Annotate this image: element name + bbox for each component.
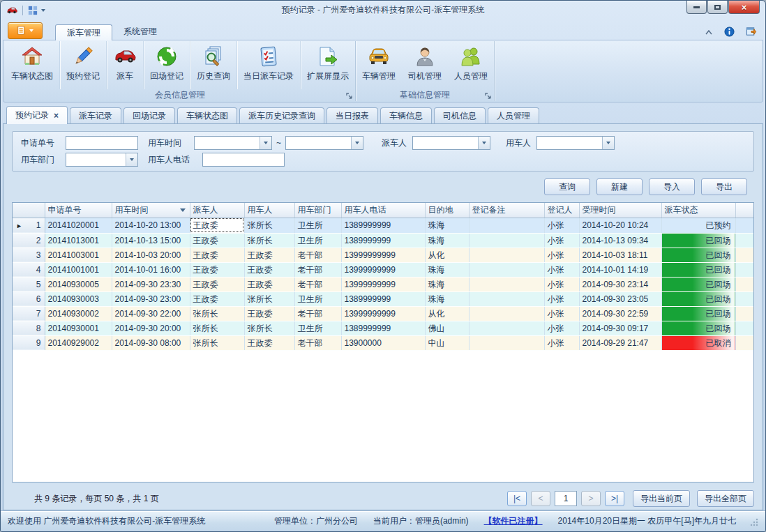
dialog-launcher-icon[interactable] xyxy=(484,92,492,100)
cell-request_no[interactable]: 20140929002 xyxy=(45,335,112,350)
cell-dispatcher[interactable]: 王政委 xyxy=(190,233,244,248)
column-header-user[interactable]: 用车人 xyxy=(244,203,294,218)
cell-phone[interactable]: 13900000 xyxy=(341,335,425,350)
cell-accept_time[interactable]: 2014-10-01 14:19 xyxy=(579,262,661,277)
cell-dispatcher[interactable]: 张所长 xyxy=(190,335,244,350)
cell-registrar[interactable]: 小张 xyxy=(544,335,579,350)
cell-use_time[interactable]: 2014-09-30 23:00 xyxy=(112,291,190,306)
query-button[interactable]: 查询 xyxy=(544,178,590,195)
cell-registrar[interactable]: 小张 xyxy=(544,262,579,277)
user-combo[interactable] xyxy=(536,136,615,150)
cell-phone[interactable]: 13999999999 xyxy=(341,277,425,291)
column-header-destination[interactable]: 目的地 xyxy=(425,203,469,218)
doc-tab-driver-info[interactable]: 司机信息 xyxy=(434,107,486,123)
export-button[interactable]: 导出 xyxy=(701,178,747,195)
doc-tab-personnel-manage[interactable]: 人员管理 xyxy=(488,107,539,123)
cell-user[interactable]: 王政委 xyxy=(244,335,294,350)
cell-remark[interactable] xyxy=(469,262,544,277)
column-header-request_no[interactable]: 申请单号 xyxy=(45,203,112,218)
cell-registrar[interactable]: 小张 xyxy=(544,291,579,306)
cell-phone[interactable]: 1389999999 xyxy=(341,218,425,233)
ribbon-button-dispatch[interactable]: 派车 xyxy=(107,41,144,89)
cell-user[interactable]: 王政委 xyxy=(244,277,294,291)
combo-dropdown-button[interactable] xyxy=(602,137,614,149)
new-button[interactable]: 新建 xyxy=(596,178,643,195)
cell-department[interactable]: 老干部 xyxy=(294,306,341,321)
cell-destination[interactable]: 珠海 xyxy=(425,233,469,248)
cell-destination[interactable]: 佛山 xyxy=(425,321,469,335)
column-header-dispatcher[interactable]: 派车人 xyxy=(190,203,244,218)
maximize-button[interactable] xyxy=(707,1,728,14)
cell-phone[interactable]: 1389999999 xyxy=(341,233,425,248)
column-header-remark[interactable]: 登记备注 xyxy=(469,203,544,218)
cell-department[interactable]: 老干部 xyxy=(294,277,341,291)
cell-request_no[interactable]: 20140930001 xyxy=(45,321,112,335)
combo-dropdown-button[interactable] xyxy=(478,137,490,149)
row-indicator-cell[interactable]: 8 xyxy=(13,321,45,335)
cell-registrar[interactable]: 小张 xyxy=(544,321,579,335)
combo-dropdown-button[interactable] xyxy=(351,137,363,149)
column-header-use_time[interactable]: 用车时间 xyxy=(112,203,190,218)
cell-remark[interactable] xyxy=(469,335,544,350)
cell-dispatcher[interactable]: 张所长 xyxy=(190,321,244,335)
row-indicator-cell[interactable]: 6 xyxy=(13,291,45,306)
doc-tab-dispatch-records[interactable]: 派车记录 xyxy=(70,107,121,123)
cell-destination[interactable]: 珠海 xyxy=(425,277,469,291)
cell-accept_time[interactable]: 2014-09-29 21:47 xyxy=(579,335,661,350)
ribbon-button-history-query[interactable]: 历史查询 xyxy=(190,41,237,89)
cell-user[interactable]: 王政委 xyxy=(244,262,294,277)
cell-accept_time[interactable]: 2014-09-30 22:59 xyxy=(579,306,661,321)
cell-user[interactable]: 王政委 xyxy=(244,248,294,262)
ribbon-tab-system-manage[interactable]: 系统管理 xyxy=(112,24,168,40)
cell-destination[interactable]: 珠海 xyxy=(425,291,469,306)
column-header-phone[interactable]: 用车人电话 xyxy=(341,203,425,218)
ribbon-button-driver-manage[interactable]: 司机管理 xyxy=(402,41,448,89)
department-combo[interactable] xyxy=(66,153,138,167)
cell-remark[interactable] xyxy=(469,321,544,335)
close-tab-icon[interactable]: × xyxy=(54,112,59,119)
cell-use_time[interactable]: 2014-10-01 16:00 xyxy=(112,262,190,277)
cell-status[interactable]: 已回场 xyxy=(661,291,735,306)
cell-use_time[interactable]: 2014-09-30 22:00 xyxy=(112,306,190,321)
cell-accept_time[interactable]: 2014-09-30 09:17 xyxy=(579,321,661,335)
cell-user[interactable]: 张所长 xyxy=(244,233,294,248)
cell-use_time[interactable]: 2014-09-30 23:30 xyxy=(112,277,190,291)
doc-tab-reservation-records[interactable]: 预约记录× xyxy=(6,106,68,124)
cell-user[interactable]: 王政委 xyxy=(244,306,294,321)
column-header-accept_time[interactable]: 受理时间 xyxy=(579,203,661,218)
cell-accept_time[interactable]: 2014-10-03 18:11 xyxy=(579,248,661,262)
row-indicator-cell[interactable]: ►1 xyxy=(13,218,45,233)
cell-department[interactable]: 卫生所 xyxy=(294,321,341,335)
cell-registrar[interactable]: 小张 xyxy=(544,306,579,321)
ribbon-button-vehicle-status-map[interactable]: 车辆状态图 xyxy=(5,41,60,89)
cell-remark[interactable] xyxy=(469,218,544,233)
cell-use_time[interactable]: 2014-10-03 20:00 xyxy=(112,248,190,262)
row-indicator-cell[interactable]: 3 xyxy=(13,248,45,262)
resize-grip[interactable] xyxy=(749,517,758,526)
ribbon-button-return-register[interactable]: 回场登记 xyxy=(144,41,190,89)
cell-user[interactable]: 张所长 xyxy=(244,291,294,306)
pager-first-button[interactable]: |< xyxy=(507,491,527,506)
use-time-to-combo[interactable] xyxy=(285,136,363,150)
cell-dispatcher[interactable]: 张所长 xyxy=(190,306,244,321)
cell-phone[interactable]: 13999999999 xyxy=(341,262,425,277)
cell-destination[interactable]: 从化 xyxy=(425,248,469,262)
ribbon-button-reservation-register[interactable]: 预约登记 xyxy=(60,41,107,89)
pager-last-button[interactable]: >| xyxy=(605,491,624,506)
cell-request_no[interactable]: 20141020001 xyxy=(45,218,112,233)
cell-request_no[interactable]: 20141001001 xyxy=(45,262,112,277)
row-indicator-cell[interactable]: 4 xyxy=(13,262,45,277)
cell-user[interactable]: 张所长 xyxy=(244,321,294,335)
ribbon-button-extend-screen[interactable]: 扩展屏显示 xyxy=(301,41,355,89)
combo-dropdown-button[interactable] xyxy=(260,137,271,149)
cell-registrar[interactable]: 小张 xyxy=(544,277,579,291)
cell-destination[interactable]: 从化 xyxy=(425,306,469,321)
cell-phone[interactable]: 13999999999 xyxy=(341,306,425,321)
cell-status[interactable]: 已取消 xyxy=(661,335,735,350)
cell-status[interactable]: 已回场 xyxy=(661,321,735,335)
import-button[interactable]: 导入 xyxy=(649,178,695,195)
cell-remark[interactable] xyxy=(469,291,544,306)
cell-department[interactable]: 卫生所 xyxy=(294,291,341,306)
cell-phone[interactable]: 1389999999 xyxy=(341,321,425,335)
row-indicator-cell[interactable]: 2 xyxy=(13,233,45,248)
